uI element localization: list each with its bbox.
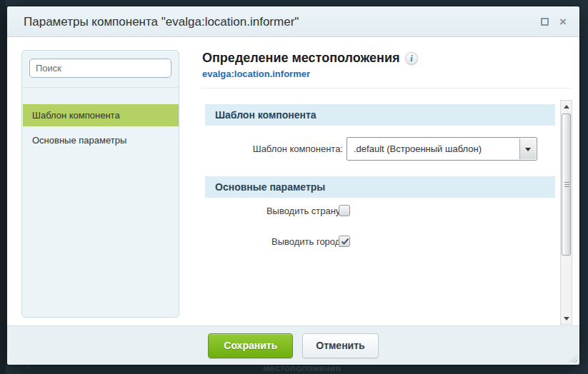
- sidebar-item-template[interactable]: Шаблон компонента: [23, 104, 179, 126]
- section-header-template: Шаблон компонента: [205, 104, 555, 126]
- template-select[interactable]: .default (Встроенный шаблон): [347, 137, 537, 161]
- page-title: Определение местоположения: [202, 51, 400, 66]
- template-select-value: .default (Встроенный шаблон): [354, 138, 482, 160]
- scrollbar-grip-icon: [564, 182, 569, 188]
- scroll-up-icon[interactable]: [561, 101, 572, 112]
- vertical-scrollbar[interactable]: [560, 100, 572, 325]
- component-name-link[interactable]: evalga:location.informer: [202, 69, 310, 79]
- checkmark-icon: [340, 236, 350, 246]
- section-header-main-params: Основные параметры: [205, 176, 555, 198]
- search-input[interactable]: [29, 59, 171, 78]
- screen: } местоположения Параметры компонента "e…: [0, 0, 588, 374]
- scroll-down-icon[interactable]: [561, 313, 572, 324]
- save-button[interactable]: Сохранить: [208, 333, 293, 358]
- sidebar-item-main-params[interactable]: Основные параметры: [23, 129, 179, 151]
- window-controls: ×: [541, 6, 567, 37]
- close-icon[interactable]: ×: [559, 18, 567, 26]
- show-country-label: Выводить страну:: [205, 206, 343, 217]
- background-strip: [0, 0, 6, 374]
- header-divider: [202, 88, 572, 89]
- info-icon[interactable]: i: [405, 52, 418, 65]
- show-country-checkbox[interactable]: [339, 205, 350, 216]
- chevron-down-icon[interactable]: [519, 138, 536, 159]
- show-city-checkbox[interactable]: [339, 236, 350, 247]
- scrollbar-thumb[interactable]: [562, 113, 571, 256]
- dialog-footer: Сохранить Отменить: [7, 325, 579, 365]
- show-city-label: Выводить город:: [205, 236, 343, 248]
- dialog-titlebar[interactable]: Параметры компонента "evalga:location.in…: [7, 6, 579, 37]
- parameters-sidebar: Шаблон компонента Основные параметры: [21, 50, 179, 318]
- maximize-icon[interactable]: [541, 18, 549, 26]
- sidebar-divider: [22, 87, 179, 88]
- dialog-title: Параметры компонента "evalga:location.in…: [24, 6, 299, 37]
- cancel-button[interactable]: Отменить: [302, 333, 378, 358]
- template-select-label: Шаблон компонента:: [205, 137, 343, 161]
- component-parameters-dialog: Параметры компонента "evalga:location.in…: [7, 6, 579, 365]
